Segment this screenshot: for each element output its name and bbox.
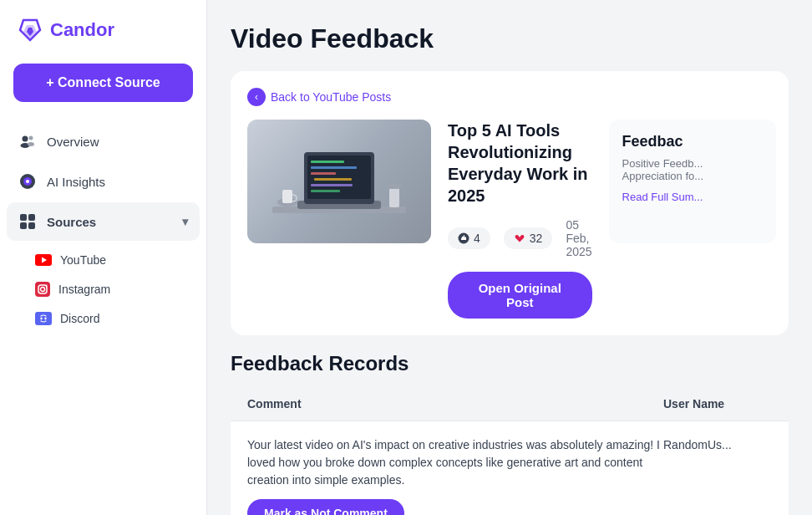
sidebar-item-overview[interactable]: Overview xyxy=(7,122,200,161)
svg-rect-13 xyxy=(28,222,35,229)
svg-rect-10 xyxy=(20,214,27,221)
table-header: Comment User Name xyxy=(231,387,789,421)
connect-source-button[interactable]: + Connect Source xyxy=(13,64,193,102)
svg-rect-33 xyxy=(389,187,399,207)
sources-sub-items: YouTube xyxy=(7,242,200,336)
table-row: Your latest video on AI's impact on crea… xyxy=(231,421,789,515)
svg-rect-34 xyxy=(388,184,401,189)
hearts-badge: 32 xyxy=(504,227,553,249)
svg-point-9 xyxy=(26,180,29,183)
svg-rect-36 xyxy=(282,190,292,203)
feedback-records-title: Feedback Records xyxy=(231,352,789,375)
video-date: 05 Feb, 2025 xyxy=(566,218,591,258)
svg-rect-20 xyxy=(35,312,52,325)
sidebar-item-discord[interactable]: Discord xyxy=(23,304,200,333)
sidebar-nav: Overview AI Insights xyxy=(0,122,206,336)
heart-icon xyxy=(514,232,525,244)
people-icon xyxy=(18,132,37,150)
svg-point-19 xyxy=(46,285,48,287)
svg-rect-11 xyxy=(28,214,35,221)
thumbs-up-icon xyxy=(458,232,469,244)
back-link[interactable]: ‹ Back to YouTube Posts xyxy=(247,88,772,106)
svg-rect-29 xyxy=(311,172,336,175)
feedback-table: Comment User Name Your latest video on A… xyxy=(231,387,789,515)
sidebar-item-instagram[interactable]: Instagram xyxy=(23,274,200,304)
svg-point-5 xyxy=(29,136,33,140)
video-details: Top 5 AI Tools Revolutionizing Everyday … xyxy=(448,120,592,319)
sidebar-item-youtube[interactable]: YouTube xyxy=(23,246,200,274)
col-username-header: User Name xyxy=(663,397,772,410)
overview-label: Overview xyxy=(47,135,99,149)
logo: Candor xyxy=(0,17,206,64)
svg-rect-30 xyxy=(314,178,352,181)
page-title: Video Feedback xyxy=(231,23,789,54)
row-username: RandomUs... xyxy=(663,436,772,451)
chevron-down-icon: ▾ xyxy=(182,215,188,228)
thumbs-badge: 4 xyxy=(448,227,490,249)
ai-insights-label: AI Insights xyxy=(47,175,105,189)
svg-rect-12 xyxy=(20,222,27,229)
svg-rect-31 xyxy=(311,184,353,186)
svg-point-6 xyxy=(28,142,34,146)
svg-point-22 xyxy=(44,318,46,320)
sidebar: Candor + Connect Source Overview xyxy=(0,0,207,515)
discord-icon xyxy=(35,312,52,325)
logo-icon xyxy=(17,17,43,43)
discord-label: Discord xyxy=(60,312,99,325)
col-comment-header: Comment xyxy=(247,397,663,410)
svg-point-21 xyxy=(40,318,42,320)
instagram-label: Instagram xyxy=(58,283,110,296)
instagram-icon xyxy=(35,282,50,297)
feedback-records-section: Feedback Records Comment User Name Your … xyxy=(231,352,789,515)
video-info-card: ‹ Back to YouTube Posts xyxy=(231,71,789,335)
ai-icon xyxy=(18,172,37,191)
read-full-link[interactable]: Read Full Sum... xyxy=(622,191,703,203)
feedback-summary-panel: Feedbac Positive Feedb... Appreciation f… xyxy=(609,120,776,243)
open-original-post-button[interactable]: Open Original Post xyxy=(448,272,592,319)
svg-point-3 xyxy=(23,136,28,142)
back-label: Back to YouTube Posts xyxy=(271,90,391,104)
youtube-label: YouTube xyxy=(60,253,106,267)
svg-rect-32 xyxy=(311,190,340,192)
feedback-panel-subtitle: Positive Feedb... Appreciation fo... xyxy=(622,157,763,182)
app-name: Candor xyxy=(50,19,114,41)
feedback-panel-title: Feedbac xyxy=(622,133,763,150)
sidebar-item-sources[interactable]: Sources ▾ xyxy=(7,202,200,241)
svg-rect-16 xyxy=(35,282,50,297)
mark-as-not-comment-button[interactable]: Mark as Not Comment xyxy=(247,499,404,515)
row-comment-text: Your latest video on AI's impact on crea… xyxy=(247,436,663,489)
main-content: Video Feedback ‹ Back to YouTube Posts xyxy=(207,0,812,515)
back-arrow-icon: ‹ xyxy=(247,88,266,106)
video-meta: 4 32 05 Feb, 2025 xyxy=(448,218,592,258)
sources-label: Sources xyxy=(47,215,96,229)
svg-rect-28 xyxy=(311,166,357,169)
thumbs-count: 4 xyxy=(474,232,480,245)
sources-icon xyxy=(18,212,37,231)
video-thumbnail xyxy=(247,120,431,243)
svg-rect-27 xyxy=(311,161,344,163)
youtube-icon xyxy=(35,254,52,266)
video-title: Top 5 AI Tools Revolutionizing Everyday … xyxy=(448,120,592,207)
hearts-count: 32 xyxy=(530,232,543,245)
sidebar-item-ai-insights[interactable]: AI Insights xyxy=(7,162,200,201)
